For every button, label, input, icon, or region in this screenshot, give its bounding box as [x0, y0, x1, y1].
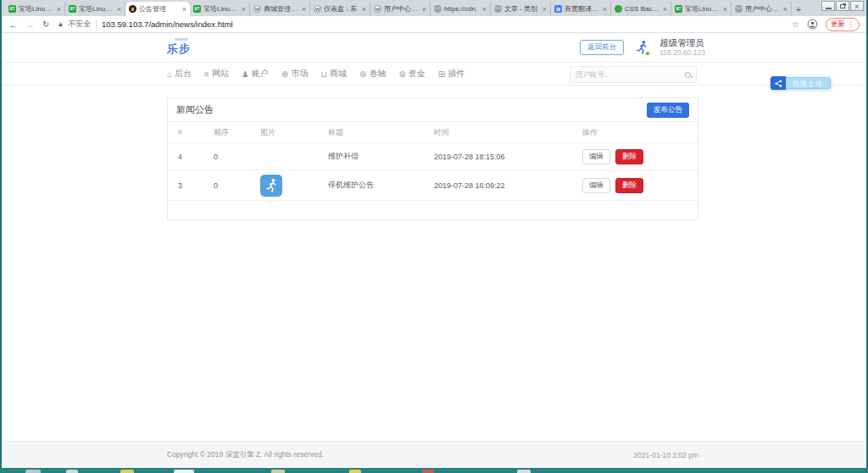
- taskbar-item[interactable]: [25, 470, 41, 473]
- profile-icon[interactable]: [807, 19, 818, 30]
- main-content: 新闻公告 发布公告 #顺序图片标题时间操作 40维护补偿2019-07-28 1…: [2, 86, 866, 441]
- site-footer: Copyright © 2019 深蓝引擎 Z. All rights rese…: [2, 441, 866, 468]
- nav-item-backend[interactable]: ⌂后台: [167, 68, 192, 80]
- browser-tab[interactable]: BT宝塔Linux面×: [5, 2, 65, 16]
- netdisk-float-widget[interactable]: 拖拽上传: [771, 76, 831, 90]
- not-secure-warning-icon[interactable]: ▲: [57, 20, 64, 28]
- nav-item-label: 资金: [409, 68, 426, 80]
- nav-item-label: 卷轴: [369, 68, 386, 80]
- tab-close-icon[interactable]: ×: [783, 5, 787, 14]
- tab-close-icon[interactable]: ×: [242, 5, 246, 14]
- delete-button[interactable]: 删除: [615, 178, 643, 193]
- tab-close-icon[interactable]: ×: [422, 5, 426, 14]
- nav-item-site[interactable]: ≡网站: [204, 68, 229, 80]
- wp-favicon-icon: W: [374, 5, 381, 13]
- taskbar-item[interactable]: [349, 470, 361, 473]
- back-to-frontend-button[interactable]: 返回前台: [580, 40, 624, 55]
- table-header-row: #顺序图片标题时间操作: [168, 122, 698, 143]
- tab-title: 宝塔Linux面: [79, 4, 114, 14]
- publish-announcement-button[interactable]: 发布公告: [647, 103, 689, 118]
- table-row: 30停机维护公告2019-07-28 16:09:22编辑删除: [168, 170, 698, 201]
- chrome-update-button[interactable]: 更新 ⋮: [826, 18, 860, 31]
- taskbar-item[interactable]: [120, 470, 134, 473]
- nav-item-mall[interactable]: ⊔商城: [320, 68, 347, 80]
- tab-close-icon[interactable]: ×: [663, 5, 667, 14]
- tab-close-icon[interactable]: ×: [603, 5, 607, 14]
- nav-item-accounts[interactable]: ♟账户: [242, 68, 269, 80]
- edit-button[interactable]: 编辑: [582, 149, 610, 164]
- tab-close-icon[interactable]: ×: [723, 5, 727, 14]
- restore-button[interactable]: [836, 1, 849, 11]
- browser-tab[interactable]: https://cdn.×: [431, 2, 491, 16]
- card-header: 新闻公告 发布公告: [168, 98, 698, 122]
- netdisk-action-button[interactable]: 拖拽上传: [786, 77, 831, 89]
- browser-tab[interactable]: W用户中心-东×: [370, 2, 431, 16]
- omnibox[interactable]: ▲ 不安全 | 103.59.103.7/admin/news/index.ht…: [57, 19, 784, 30]
- row-order: 0: [203, 153, 250, 161]
- tab-close-icon[interactable]: ×: [482, 5, 487, 14]
- tab-title: 用户中心-东: [384, 4, 420, 14]
- nav-item-plugins[interactable]: ⊞插件: [438, 68, 465, 80]
- tab-title: 商城管理 - 3: [264, 4, 299, 14]
- user-search-input[interactable]: [576, 70, 685, 79]
- column-header: 标题: [318, 127, 424, 138]
- new-tab-button[interactable]: +: [792, 3, 805, 16]
- tab-close-icon[interactable]: ×: [542, 5, 547, 14]
- minimize-icon: [826, 8, 832, 9]
- row-id: 4: [168, 153, 203, 161]
- nav-item-label: 市场: [291, 68, 308, 80]
- nav-item-scroll[interactable]: ⊜卷轴: [359, 68, 386, 80]
- browser-tab[interactable]: 公告管理×: [125, 2, 190, 16]
- list-icon: ≡: [204, 70, 209, 79]
- browser-tab[interactable]: CSS Backgr×: [611, 2, 671, 16]
- tab-close-icon[interactable]: ×: [362, 5, 366, 14]
- taskbar-item[interactable]: [517, 470, 531, 473]
- browser-tab[interactable]: 译百度翻译-20×: [551, 2, 611, 16]
- search-icon[interactable]: [685, 72, 691, 78]
- tab-title: 用户中心 - 1: [745, 4, 781, 14]
- browser-tab[interactable]: 用户中心 - 1×: [732, 2, 792, 16]
- browser-tab[interactable]: 文章 - 类别×: [491, 2, 551, 16]
- tab-close-icon[interactable]: ×: [302, 5, 306, 14]
- nav-item-funds[interactable]: ⊛资金: [398, 68, 425, 80]
- user-avatar[interactable]: [633, 39, 650, 56]
- tab-title: 百度翻译-20: [565, 4, 600, 14]
- browser-tab[interactable]: BT宝塔Linux面×: [671, 2, 732, 16]
- taskbar-item[interactable]: [66, 470, 78, 473]
- window-controls: ✕: [821, 1, 864, 11]
- site-logo[interactable]: 乐步: [167, 38, 191, 57]
- wp-favicon-icon: W: [314, 5, 321, 13]
- browser-tab[interactable]: BT宝塔Linux面×: [190, 2, 250, 16]
- taskbar-item[interactable]: [174, 470, 194, 473]
- announcement-thumbnail: [260, 175, 282, 197]
- reload-icon[interactable]: ↻: [42, 19, 49, 29]
- edit-button[interactable]: 编辑: [582, 178, 610, 193]
- nav-item-market[interactable]: ⊕市场: [281, 68, 308, 80]
- bt-favicon-icon: BT: [69, 5, 76, 13]
- back-icon[interactable]: ←: [8, 19, 18, 30]
- footer-datetime: 2021-01-10 2:02 pm: [633, 451, 698, 459]
- browser-tab[interactable]: W商城管理 - 3×: [250, 2, 310, 16]
- address-bar: ← → ↻ ▲ 不安全 | 103.59.103.7/admin/news/in…: [2, 16, 866, 33]
- site-header: 乐步 返回前台 超级管理员 116.20.60.123: [2, 33, 866, 62]
- tab-close-icon[interactable]: ×: [117, 5, 121, 14]
- tab-title: 宝塔Linux面: [203, 4, 239, 14]
- globe-icon: ⊕: [281, 70, 288, 79]
- tab-close-icon[interactable]: ×: [182, 5, 186, 14]
- browser-tab[interactable]: W仪表盘 - 东×: [310, 2, 370, 16]
- row-actions: 编辑删除: [572, 149, 682, 164]
- forward-icon[interactable]: →: [25, 19, 35, 30]
- browser-tab[interactable]: BT宝塔Linux面×: [65, 2, 125, 16]
- close-button[interactable]: ✕: [850, 1, 864, 11]
- row-order: 0: [203, 181, 250, 190]
- column-header: #: [168, 128, 203, 136]
- users-icon: ♟: [242, 70, 249, 79]
- minimize-button[interactable]: [821, 1, 835, 11]
- tab-close-icon[interactable]: ×: [57, 5, 61, 14]
- delete-button[interactable]: 删除: [615, 149, 643, 164]
- taskbar-item[interactable]: [422, 470, 434, 473]
- tab-title: 公告管理: [139, 4, 180, 14]
- bookmark-star-icon[interactable]: ☆: [792, 19, 799, 29]
- taskbar-item[interactable]: [271, 470, 285, 473]
- update-label: 更新: [831, 19, 845, 30]
